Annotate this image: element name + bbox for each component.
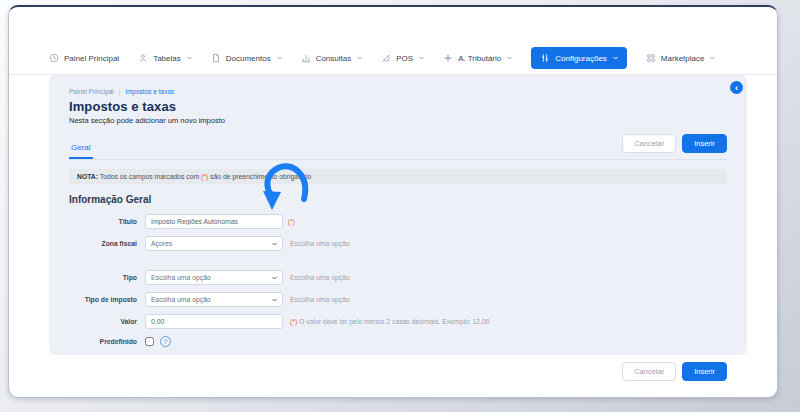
- note-prefix: NOTA:: [77, 173, 98, 180]
- plus-icon: [443, 53, 453, 63]
- tipo-helper: Escolha uma opção: [290, 274, 350, 281]
- zona-fiscal-label: Zona fiscal: [69, 240, 137, 247]
- nav-item-painel-principal[interactable]: Painel Principal: [49, 53, 119, 63]
- required-fields-note: NOTA: Todos os campos marcados com (*) s…: [69, 169, 727, 184]
- valor-label: Valor: [69, 318, 137, 325]
- select-value: Escolha uma opção: [151, 296, 211, 303]
- form-row-predefinido: Predefinido ?: [69, 336, 727, 347]
- section-title: Informação Geral: [69, 194, 727, 205]
- nav-item-label: Marketplace: [661, 54, 705, 63]
- select-value: Açores: [151, 240, 172, 247]
- nav-item-configuracoes[interactable]: Configurações: [531, 47, 627, 69]
- nav-item-label: Consultas: [316, 54, 352, 63]
- chevron-down-icon: [272, 242, 277, 246]
- required-marker: (*): [290, 318, 297, 325]
- nav-item-label: Painel Principal: [64, 54, 119, 63]
- chevron-down-icon: [272, 276, 277, 280]
- nav-item-pos[interactable]: POS: [381, 53, 424, 63]
- bar-chart-icon: [301, 53, 311, 63]
- chevron-down-icon: [187, 56, 192, 60]
- predefinido-label: Predefinido: [69, 338, 137, 345]
- form-row-tipo-de-imposto: Tipo de imposto Escolha uma opção Escolh…: [69, 292, 727, 307]
- users-icon: [138, 53, 148, 63]
- chevron-down-icon: [419, 56, 424, 60]
- chevron-down-icon: [507, 56, 512, 60]
- titulo-label: Título: [69, 218, 137, 225]
- app-window: Painel Principal Tabelas Documentos Cons…: [8, 5, 778, 398]
- cancel-button[interactable]: Cancelar: [622, 362, 676, 381]
- tipo-select[interactable]: Escolha uma opção: [145, 270, 283, 285]
- insert-button[interactable]: Inserir: [682, 134, 727, 153]
- valor-input[interactable]: [145, 314, 283, 329]
- nav-item-a-tributario[interactable]: A. Tributário: [443, 53, 512, 63]
- tipo-label: Tipo: [69, 274, 137, 281]
- tipo-de-imposto-select[interactable]: Escolha uma opção: [145, 292, 283, 307]
- form-row-tipo: Tipo Escolha uma opção Escolha uma opção: [69, 270, 727, 285]
- titulo-input[interactable]: [145, 214, 283, 229]
- nav-item-tabelas[interactable]: Tabelas: [138, 53, 192, 63]
- zona-fiscal-helper: Escolha uma opção: [290, 240, 350, 247]
- form-row-valor: Valor (*) O valor deve ter pelo menos 2 …: [69, 314, 727, 329]
- insert-button[interactable]: Inserir: [682, 362, 727, 381]
- bottom-action-buttons: Cancelar Inserir: [69, 362, 727, 381]
- breadcrumb-home-link[interactable]: Painel Principal: [69, 88, 114, 95]
- nav-item-label: Configurações: [555, 54, 607, 63]
- tab-bar: Geral Cancelar Inserir: [69, 134, 727, 160]
- set-square-icon: [381, 53, 391, 63]
- page-subtitle: Nesta secção pode adicionar um novo impo…: [69, 116, 727, 125]
- nav-item-label: A. Tributário: [458, 54, 501, 63]
- nav-item-label: Documentos: [226, 54, 271, 63]
- chevron-down-icon: [277, 56, 282, 60]
- nav-item-label: POS: [396, 54, 413, 63]
- form-row-titulo: Título (*): [69, 214, 727, 229]
- select-value: Escolha uma opção: [151, 274, 211, 281]
- content-panel: ‹ Painel Principal | Impostos e taxas Im…: [49, 75, 747, 355]
- chevron-down-icon: [613, 56, 618, 60]
- valor-helper: (*) O valor deve ter pelo menos 2 casas …: [290, 318, 490, 325]
- note-text-before: Todos os campos marcados com: [98, 173, 201, 180]
- required-marker: (*): [288, 218, 295, 225]
- predefinido-checkbox[interactable]: [145, 337, 154, 346]
- tipo-de-imposto-helper: Escolha uma opção: [290, 296, 350, 303]
- nav-item-label: Tabelas: [153, 54, 181, 63]
- main-nav: Painel Principal Tabelas Documentos Cons…: [49, 45, 753, 71]
- page-title: Impostos e taxas: [69, 99, 727, 114]
- nav-item-documentos[interactable]: Documentos: [211, 53, 282, 63]
- valor-helper-text: O valor deve ter pelo menos 2 casas deci…: [299, 318, 489, 325]
- grid-icon: [646, 53, 656, 63]
- document-icon: [211, 53, 221, 63]
- nav-item-marketplace[interactable]: Marketplace: [646, 53, 716, 63]
- chevron-down-icon: [357, 56, 362, 60]
- sliders-icon: [540, 53, 550, 63]
- form-row-zona-fiscal: Zona fiscal Açores Escolha uma opção: [69, 236, 727, 251]
- chevron-down-icon: [710, 56, 715, 60]
- top-action-buttons: Cancelar Inserir: [622, 134, 727, 153]
- zona-fiscal-select[interactable]: Açores: [145, 236, 283, 251]
- panel-collapse-button[interactable]: ‹: [730, 81, 743, 94]
- breadcrumb: Painel Principal | Impostos e taxas: [69, 88, 727, 95]
- chevron-down-icon: [272, 298, 277, 302]
- question-circle-icon[interactable]: ?: [160, 336, 171, 347]
- nav-item-consultas[interactable]: Consultas: [301, 53, 363, 63]
- clock-icon: [49, 53, 59, 63]
- tab-geral[interactable]: Geral: [69, 143, 93, 159]
- breadcrumb-current: Impostos e taxas: [125, 88, 174, 95]
- breadcrumb-separator: |: [119, 88, 121, 95]
- tipo-de-imposto-label: Tipo de imposto: [69, 296, 137, 303]
- note-text-after: são de preenchimento obrigatório: [208, 173, 311, 180]
- cancel-button[interactable]: Cancelar: [622, 134, 676, 153]
